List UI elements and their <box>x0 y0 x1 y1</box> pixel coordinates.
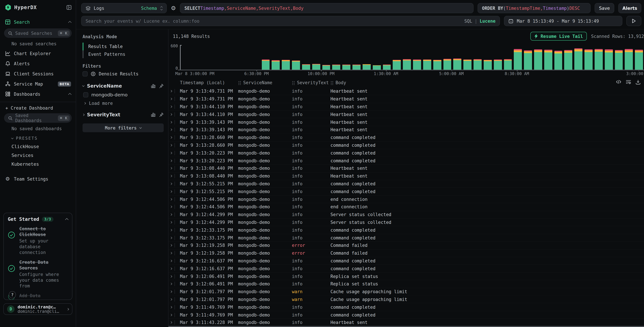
table-row[interactable]: Mar 9 3:12:01.797 PMmongodb-demowarnCach… <box>168 288 644 296</box>
histogram-bar[interactable] <box>331 45 342 70</box>
expand-row-icon[interactable] <box>170 283 172 285</box>
histogram-bar[interactable] <box>301 45 311 70</box>
table-row[interactable]: Mar 9 3:12:06.491 PMmongodb-demoinfoRepl… <box>168 280 644 288</box>
histogram-bar[interactable] <box>281 45 291 70</box>
expand-row-icon[interactable] <box>170 167 172 170</box>
histogram-bar[interactable] <box>483 45 493 70</box>
analysis-mode-results-table[interactable]: Results Table <box>82 42 164 50</box>
expand-row-icon[interactable] <box>170 221 172 224</box>
table-row[interactable]: Mar 9 3:12:55.215 PMmongodb-demoinfocomm… <box>168 188 644 196</box>
expand-row-icon[interactable] <box>170 275 172 278</box>
histogram-bar[interactable] <box>543 45 553 70</box>
histogram-bar[interactable] <box>493 45 503 70</box>
expand-row-icon[interactable] <box>170 113 172 116</box>
expand-row-icon[interactable] <box>170 244 172 247</box>
filter-group-servicename[interactable]: ServiceName <box>82 83 164 88</box>
user-account-card[interactable]: D dominic.tran@c… dominic.tran@cli… <box>4 303 72 315</box>
select-clause-input[interactable]: SELECT Timestamp,ServiceName,SeverityTex… <box>180 3 474 13</box>
table-row[interactable]: Mar 9 3:12:55.215 PMmongodb-demoinfocomm… <box>168 180 644 188</box>
load-more-button[interactable]: Load more <box>82 99 164 106</box>
pin-icon[interactable] <box>159 112 164 117</box>
histogram-bar[interactable] <box>553 45 563 70</box>
horizontal-scrollbar[interactable] <box>168 326 644 327</box>
sidebar-item-team-settings[interactable]: ⚙ Team Settings <box>0 174 76 184</box>
histogram-bar[interactable] <box>220 45 230 70</box>
histogram-bar[interactable] <box>472 45 483 70</box>
histogram-bar[interactable] <box>402 45 412 70</box>
expand-row-icon[interactable] <box>170 214 172 216</box>
create-dashboard-button[interactable]: + Create Dashboard <box>0 104 76 112</box>
chart-toggle-icon[interactable] <box>151 84 156 88</box>
histogram-bar[interactable] <box>271 45 281 70</box>
histogram-bar[interactable] <box>563 45 574 70</box>
histogram-bar[interactable] <box>392 45 402 70</box>
get-started-item-connect[interactable]: Connect to ClickHouse Set up your databa… <box>8 226 68 255</box>
histogram-bar[interactable] <box>321 45 331 70</box>
help-button[interactable]: ? <box>9 291 16 298</box>
drag-handle-icon[interactable] <box>330 80 334 85</box>
order-by-input[interactable]: ORDER BY (TimestampTime, Timestamp) DESC <box>478 3 590 13</box>
sidebar-item-chart-explorer[interactable]: Chart Explorer <box>0 48 76 58</box>
expand-row-icon[interactable] <box>170 229 172 231</box>
table-row[interactable]: Mar 9 3:13:20.223 PMmongodb-demoinfocomm… <box>168 149 644 157</box>
expand-row-icon[interactable] <box>170 306 172 308</box>
sidebar-item-preset[interactable]: ClickHouse <box>0 142 76 151</box>
checkbox[interactable] <box>83 92 88 97</box>
histogram-bar[interactable] <box>584 45 594 70</box>
table-row[interactable]: Mar 9 3:13:08.440 PMmongodb-demoinfoHear… <box>168 172 644 180</box>
sidebar-item-alerts[interactable]: Alerts <box>0 58 76 69</box>
drag-handle-icon[interactable] <box>238 80 241 85</box>
histogram-bar[interactable] <box>624 45 634 70</box>
histogram-bar[interactable] <box>190 45 200 70</box>
expand-row-icon[interactable] <box>170 136 172 139</box>
histogram-bar[interactable] <box>260 45 271 70</box>
histogram-bar[interactable] <box>503 45 513 70</box>
filter-group-severitytext[interactable]: SeverityText <box>82 112 164 117</box>
column-header-servicename[interactable]: ServiceName <box>238 80 292 85</box>
table-row[interactable]: Mar 9 3:12:19.258 PMmongodb-demoerrorCom… <box>168 250 644 257</box>
saved-searches-input[interactable]: Saved Searches ⌘ K <box>4 28 72 38</box>
table-row[interactable]: Mar 9 3:13:49.731 PMmongodb-demoinfoHear… <box>168 88 644 95</box>
table-row[interactable]: Mar 9 3:12:44.506 PMmongodb-demoinfoend … <box>168 203 644 211</box>
run-query-button[interactable] <box>626 16 641 26</box>
table-row[interactable]: Mar 9 3:12:33.175 PMmongodb-demoinfocomm… <box>168 226 644 234</box>
lucene-toggle[interactable]: Lucene <box>480 18 496 24</box>
histogram-bar[interactable] <box>604 45 614 70</box>
expand-row-icon[interactable] <box>170 182 172 185</box>
expand-row-icon[interactable] <box>170 252 172 254</box>
histogram-bar[interactable] <box>352 45 362 70</box>
histogram-bar[interactable] <box>574 45 584 70</box>
table-row[interactable]: Mar 9 3:13:44.110 PMmongodb-demoinfoHear… <box>168 111 644 118</box>
histogram-bar[interactable] <box>513 45 523 70</box>
histogram-bar[interactable] <box>594 45 604 70</box>
table-row[interactable]: Mar 9 3:13:39.143 PMmongodb-demoinfoHear… <box>168 118 644 126</box>
table-row[interactable]: Mar 9 3:13:39.143 PMmongodb-demoinfoHear… <box>168 126 644 134</box>
table-row[interactable]: Mar 9 3:12:19.258 PMmongodb-demoerrorCom… <box>168 242 644 250</box>
histogram-bar[interactable] <box>311 45 321 70</box>
histogram-bar[interactable] <box>240 45 251 70</box>
table-row[interactable]: Mar 9 3:11:43.228 PMmongodb-demoinfoHear… <box>168 319 644 327</box>
checkbox[interactable] <box>82 71 88 76</box>
histogram-bar[interactable] <box>462 45 472 70</box>
column-header-body[interactable]: Body <box>330 80 644 85</box>
sidebar-item-preset[interactable]: Services <box>0 151 76 160</box>
table-row[interactable]: Mar 9 3:13:08.440 PMmongodb-demoinfoHear… <box>168 165 644 172</box>
sidebar-item-preset[interactable]: Kubernetes <box>0 160 76 168</box>
get-started-item-sources[interactable]: Create Data Sources Configure where your… <box>8 259 68 289</box>
chart-toggle-icon[interactable] <box>151 112 156 117</box>
expand-row-icon[interactable] <box>170 314 172 316</box>
table-row[interactable]: Mar 9 3:11:49.769 PMmongodb-demoinfocomm… <box>168 311 644 319</box>
histogram-bar[interactable] <box>452 45 462 70</box>
expand-row-icon[interactable] <box>170 106 172 108</box>
denoise-results-checkbox-row[interactable]: Denoise Results <box>82 70 164 78</box>
expand-row-icon[interactable] <box>170 190 172 192</box>
column-header-timestamp[interactable]: Timestamp (Local) <box>180 80 238 85</box>
more-filters-button[interactable]: More filters <box>82 124 164 132</box>
table-row[interactable]: Mar 9 3:12:06.491 PMmongodb-demoinfoRepl… <box>168 272 644 280</box>
expand-row-icon[interactable] <box>170 290 172 293</box>
histogram-bar[interactable] <box>180 45 190 70</box>
sidebar-collapse-icon[interactable] <box>66 5 72 10</box>
source-selector[interactable]: Logs Schema <box>81 3 167 13</box>
table-row[interactable]: Mar 9 3:13:20.223 PMmongodb-demoinfocomm… <box>168 157 644 165</box>
drag-handle-icon[interactable] <box>292 80 295 85</box>
